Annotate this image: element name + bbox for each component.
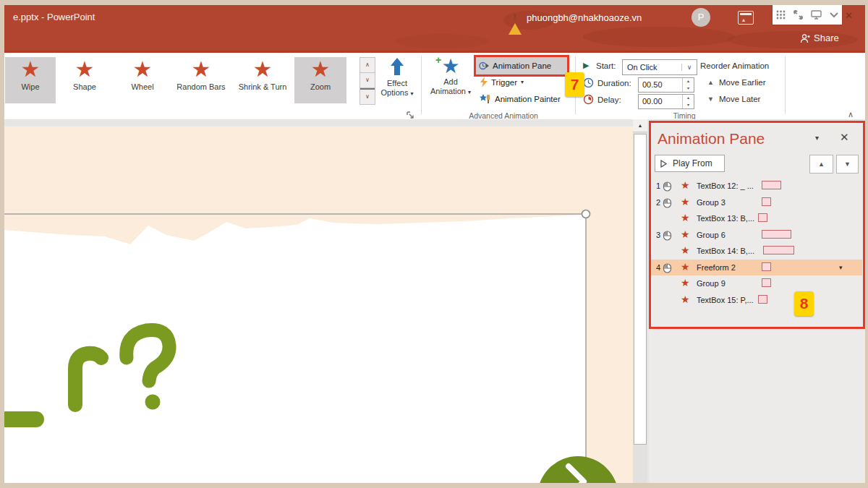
vertical-scrollbar[interactable]: ▲ (633, 119, 647, 483)
animation-item-group-9[interactable]: ★ Group 9 ▾ (649, 275, 862, 292)
trigger-button[interactable]: Trigger ▾ (480, 77, 524, 87)
share-button[interactable]: Share (800, 33, 839, 43)
collapse-ribbon-icon[interactable]: ∧ (848, 110, 854, 119)
add-animation-button[interactable]: ★ + Add Animation ▾ (427, 56, 475, 111)
timing-bar[interactable] (758, 213, 767, 222)
play-from-button[interactable]: Play From (655, 155, 725, 172)
group-separator (785, 56, 786, 114)
spin-up-icon[interactable]: ▴ (683, 78, 694, 85)
frame-edge-top (0, 0, 868, 5)
duration-spinner[interactable]: 00.50 ▴▾ (638, 77, 694, 93)
slide-text-green (6, 330, 169, 419)
move-later-button[interactable]: ▼ Move Later (707, 95, 760, 103)
scroll-up-button[interactable]: ▲ (633, 119, 647, 132)
pane-move-up-button[interactable]: ▲ (809, 155, 833, 174)
on-click-mouse-icon (663, 262, 672, 276)
on-click-mouse-icon (663, 230, 672, 244)
scrollbar-thumb[interactable] (634, 134, 647, 445)
ribbon-display-options-icon[interactable]: ▴ (738, 11, 754, 25)
timing-bar[interactable] (762, 262, 771, 271)
up-arrow-icon (389, 57, 405, 76)
move-down-icon: ▼ (707, 95, 714, 103)
start-dropdown[interactable]: On Click ∨ (622, 59, 697, 75)
animation-painter-button[interactable]: Animation Painter (479, 93, 561, 104)
spin-down-icon[interactable]: ▾ (683, 85, 694, 93)
spin-up-icon[interactable]: ▴ (683, 95, 694, 102)
effect-options-button[interactable]: Effect Options ▾ (375, 56, 420, 111)
blue-star-icon: ★ (441, 55, 459, 77)
step-8-badge: 8 (794, 291, 814, 316)
on-click-mouse-icon (663, 197, 672, 211)
entrance-star-icon: ★ (681, 261, 690, 273)
timing-bar[interactable] (758, 295, 767, 304)
dialog-launcher-icon[interactable] (407, 111, 414, 119)
caret-down-icon: ▾ (521, 79, 524, 85)
delay-spinner[interactable]: 00.00 ▴▾ (638, 94, 694, 109)
timing-bar[interactable] (762, 230, 791, 239)
animation-gallery: ★ Wipe ★ Shape ★ Wheel ★ Random Bars ★ S… (5, 57, 346, 103)
warning-icon[interactable]: ! (509, 11, 522, 22)
frame-edge-right (865, 0, 868, 488)
spin-down-icon[interactable]: ▾ (683, 102, 694, 109)
timing-bar[interactable] (762, 278, 771, 287)
sequence-number: 3 (649, 231, 660, 239)
animation-item-label: TextBox 14: B,... (697, 247, 754, 255)
monitor-icon[interactable] (811, 10, 822, 20)
item-caret-down-icon[interactable]: ▾ (839, 264, 843, 271)
gallery-item-zoom[interactable]: ★ Zoom (294, 57, 346, 103)
animation-pane-panel: Animation Pane ▾ ✕ Play From ▲ ▼ 1 (649, 121, 865, 483)
star-icon: ★ (192, 57, 211, 82)
chevron-down-icon[interactable] (830, 12, 838, 18)
timing-bar[interactable] (762, 181, 781, 189)
account-email[interactable]: phuongbh@nhakhoaoze.vn (527, 12, 642, 23)
animation-item-textbox-13[interactable]: ★ TextBox 13: B,... ▾ (649, 210, 862, 227)
animation-pane-icon (479, 61, 490, 71)
gallery-more-button[interactable]: ∨ (360, 88, 375, 104)
start-label: Start: (596, 61, 616, 70)
start-play-icon: ▶ (583, 61, 589, 70)
expand-icon[interactable] (793, 10, 803, 20)
caret-down-icon: ▾ (410, 90, 413, 97)
pane-menu-caret-icon[interactable]: ▾ (815, 134, 819, 142)
animation-item-textbox-14[interactable]: ★ TextBox 14: B,... ▾ (649, 243, 862, 260)
animation-pane-button[interactable]: Animation Pane (476, 57, 567, 74)
timing-bar[interactable] (763, 246, 794, 254)
timing-bar[interactable] (762, 197, 771, 206)
gallery-scroll-down[interactable]: ∨ (360, 73, 375, 88)
gallery-scroll-up[interactable]: ∧ (360, 58, 375, 73)
animation-item-textbox-12[interactable]: 1 ★ TextBox 12: _ ... ▾ (649, 178, 862, 194)
move-up-icon: ▲ (707, 79, 714, 86)
sequence-number: 4 (649, 263, 660, 272)
gallery-item-shape[interactable]: ★ Shape (56, 57, 114, 103)
gallery-scrollbar: ∧ ∨ ∨ (359, 57, 375, 105)
chevron-down-icon: ∨ (681, 64, 697, 71)
document-title: e.pptx - PowerPoint (13, 12, 95, 22)
pane-close-icon[interactable]: ✕ (840, 131, 849, 144)
close-icon[interactable]: ✕ (845, 10, 853, 21)
share-person-icon (800, 33, 810, 43)
screenshot-frame: e.pptx - PowerPoint ! phuongbh@nhakhoaoz… (0, 0, 868, 488)
animation-item-group-6[interactable]: 3 ★ Group 6 ▾ (649, 227, 862, 244)
star-icon: ★ (75, 57, 95, 82)
animation-item-textbox-15[interactable]: ★ TextBox 15: P,... ▾ (649, 292, 862, 309)
delay-clock-icon (583, 94, 594, 105)
animation-item-freeform-2[interactable]: 4 ★ Freeform 2 ▾ (649, 260, 862, 276)
gallery-item-random-bars[interactable]: ★ Random Bars (171, 57, 231, 103)
sequence-number: 2 (649, 198, 660, 207)
animation-item-label: TextBox 15: P,... (697, 296, 754, 304)
duration-clock-icon (583, 77, 594, 88)
gallery-item-wheel[interactable]: ★ Wheel (114, 57, 171, 103)
avatar[interactable]: P (692, 8, 710, 27)
delay-label: Delay: (597, 95, 621, 104)
grid-icon[interactable] (776, 10, 786, 20)
pane-move-down-button[interactable]: ▼ (836, 155, 859, 174)
title-bar: e.pptx - PowerPoint ! phuongbh@nhakhoaoz… (4, 5, 865, 51)
move-earlier-button[interactable]: ▲ Move Earlier (707, 78, 765, 87)
animation-item-group-3[interactable]: 2 ★ Group 3 ▾ (649, 194, 862, 211)
animation-item-label: TextBox 13: B,... (697, 214, 754, 223)
duration-value: 00.50 (639, 78, 682, 92)
slide-canvas[interactable] (4, 127, 633, 483)
ribbon-animations-tab: ★ Wipe ★ Shape ★ Wheel ★ Random Bars ★ S… (4, 51, 865, 122)
gallery-item-shrink-turn[interactable]: ★ Shrink & Turn (231, 57, 294, 103)
gallery-item-wipe[interactable]: ★ Wipe (5, 57, 56, 103)
